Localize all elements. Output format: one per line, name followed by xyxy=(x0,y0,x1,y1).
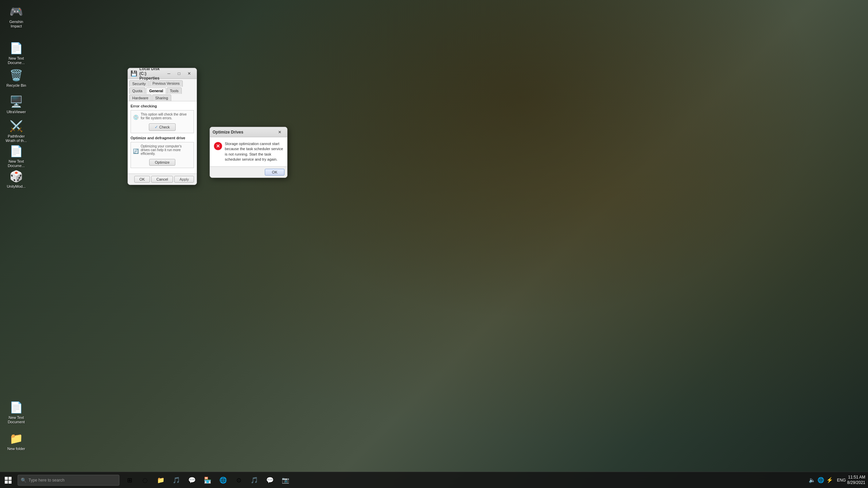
genshin-label: Genshin Impact xyxy=(4,20,28,28)
system-tray-icons: 🔈 🌐 ⚡ xyxy=(809,477,833,483)
taskbar-clock[interactable]: 11:51 AM 8/29/2021 xyxy=(847,475,865,485)
windows-store-icon: 🏪 xyxy=(204,476,211,484)
search-input[interactable] xyxy=(28,478,116,483)
new-folder-icon: 📁 xyxy=(9,432,23,445)
cortana-icon: ◌ xyxy=(142,476,148,484)
teams-icon: 💬 xyxy=(188,476,196,484)
check-button[interactable]: Check xyxy=(149,123,175,131)
optimize-ok-button[interactable]: OK xyxy=(265,169,284,176)
new-text-doc-3-label: New Text Document xyxy=(4,415,28,424)
spotify-button[interactable]: 🎵 xyxy=(247,473,262,488)
taskbar-app-icons: ⊞ ◌ 📁 🎵 💬 🏪 🌐 ⊙ 🎵 💬 📷 xyxy=(122,473,293,488)
new-folder-label: New folder xyxy=(7,447,25,451)
properties-tabs: Security Previous Versions Quota General… xyxy=(128,79,197,101)
properties-content: Error checking 💿 This option will check … xyxy=(128,101,197,174)
clock-time: 11:51 AM xyxy=(847,475,865,480)
discord-icon: 💬 xyxy=(266,476,274,484)
taskbar-search[interactable]: 🔍 xyxy=(18,475,119,486)
desktop-icon-new-folder[interactable]: 📁 New folder xyxy=(3,430,30,452)
start-button[interactable] xyxy=(0,472,16,488)
file-explorer-button[interactable]: 📁 xyxy=(153,473,168,488)
clock-date: 8/29/2021 xyxy=(847,480,865,486)
ultraviewer-icon: 🖥️ xyxy=(9,95,23,108)
optimize-icon: 🔄 xyxy=(133,148,139,154)
pathfinder-label: Pathfinder Wrath of th... xyxy=(4,134,28,143)
tiktok-icon: 🎵 xyxy=(173,476,180,484)
desktop: 🎮 Genshin Impact 📄 New Text Docume... 🗑️… xyxy=(0,0,868,488)
desktop-icon-new-text-doc-1[interactable]: 📄 New Text Docume... xyxy=(3,40,30,66)
new-text-doc-3-icon: 📄 xyxy=(9,401,23,414)
apply-button[interactable]: Apply xyxy=(174,176,194,183)
tab-security[interactable]: Security xyxy=(129,80,149,87)
cortana-button[interactable]: ◌ xyxy=(138,473,153,488)
window-controls: ─ □ ✕ xyxy=(164,70,194,77)
discord-button[interactable]: 💬 xyxy=(262,473,277,488)
ultraviewer-label: UltraViewer xyxy=(7,110,26,114)
battery-icon[interactable]: ⚡ xyxy=(826,477,833,483)
error-checking-section: 💿 This option will check the drive for f… xyxy=(131,110,194,133)
properties-title-text: Local Disk (C:) Properties xyxy=(139,68,164,81)
unity-mod-label: UnityMod... xyxy=(7,184,26,189)
optimize-drives-content: ✕ Storage optimization cannot start beca… xyxy=(210,137,287,166)
tab-sharing[interactable]: Sharing xyxy=(152,95,171,101)
search-icon: 🔍 xyxy=(21,477,26,483)
desktop-icon-unity-mod[interactable]: 🎲 UnityMod... xyxy=(3,168,30,190)
optimize-drives-dialog: Optimize Drives ✕ ✕ Storage optimization… xyxy=(210,127,288,178)
tab-tools[interactable]: Tools xyxy=(167,87,182,94)
volume-icon[interactable]: 🔈 xyxy=(809,477,815,483)
optimize-icon-row: 🔄 Optimizing your computer's drives can … xyxy=(133,144,192,158)
desktop-icon-recycle-bin[interactable]: 🗑️ Recycle Bin xyxy=(3,67,30,89)
optimize-defrag-desc: Optimizing your computer's drives can he… xyxy=(141,144,192,156)
optimize-message: Storage optimization cannot start becaus… xyxy=(225,141,283,162)
ok-button[interactable]: OK xyxy=(134,176,150,183)
desktop-icon-pathfinder[interactable]: ⚔️ Pathfinder Wrath of th... xyxy=(3,118,30,144)
tab-quota[interactable]: Quota xyxy=(129,87,145,94)
optimize-button[interactable]: Optimize xyxy=(149,159,175,166)
edge-icon: 🌐 xyxy=(219,476,227,484)
camera-icon: 📷 xyxy=(282,476,289,484)
tiktok-button[interactable]: 🎵 xyxy=(169,473,184,488)
recycle-bin-icon: 🗑️ xyxy=(9,68,23,82)
optimize-defrag-title: Optimize and defragment drive xyxy=(131,136,194,140)
spotify-icon: 🎵 xyxy=(251,476,258,484)
cancel-button[interactable]: Cancel xyxy=(151,176,173,183)
optimize-drives-title: Optimize Drives xyxy=(213,130,275,135)
start-icon xyxy=(5,477,12,484)
taskbar-right: 🔈 🌐 ⚡ ENG 11:51 AM 8/29/2021 xyxy=(809,475,868,485)
new-text-doc-2-icon: 📄 xyxy=(9,144,23,158)
chrome-button[interactable]: ⊙ xyxy=(231,473,246,488)
desktop-icon-ultraviewer[interactable]: 🖥️ UltraViewer xyxy=(3,94,30,116)
optimize-close-button[interactable]: ✕ xyxy=(275,128,284,136)
properties-titlebar[interactable]: 💾 Local Disk (C:) Properties ─ □ ✕ xyxy=(128,68,197,79)
chrome-icon: ⊙ xyxy=(236,476,241,484)
network-icon[interactable]: 🌐 xyxy=(817,477,824,483)
error-checking-icon-row: 💿 This option will check the drive for f… xyxy=(133,113,192,122)
minimize-button[interactable]: ─ xyxy=(164,70,174,77)
desktop-icon-genshin-impact[interactable]: 🎮 Genshin Impact xyxy=(3,3,30,30)
optimize-footer: OK xyxy=(210,166,287,178)
tab-previous-versions[interactable]: Previous Versions xyxy=(150,80,183,87)
optimize-drives-titlebar[interactable]: Optimize Drives ✕ xyxy=(210,127,287,137)
teams-button[interactable]: 💬 xyxy=(184,473,199,488)
task-view-button[interactable]: ⊞ xyxy=(122,473,137,488)
properties-footer: OK Cancel Apply xyxy=(128,174,197,185)
recycle-bin-label: Recycle Bin xyxy=(6,83,26,88)
new-text-doc-2-label: New Text Docume... xyxy=(4,159,28,168)
maximize-button[interactable]: □ xyxy=(174,70,184,77)
windows-store-button[interactable]: 🏪 xyxy=(200,473,215,488)
check-icon xyxy=(155,125,158,129)
pathfinder-icon: ⚔️ xyxy=(9,119,23,133)
tab-general[interactable]: General xyxy=(146,87,166,94)
new-text-doc-1-icon: 📄 xyxy=(9,41,23,55)
error-icon: ✕ xyxy=(214,142,222,150)
close-button[interactable]: ✕ xyxy=(184,70,194,77)
properties-title-icon: 💾 xyxy=(131,70,137,77)
tab-hardware[interactable]: Hardware xyxy=(129,95,152,101)
error-checking-desc: This option will check the drive for fil… xyxy=(141,113,192,120)
desktop-icon-new-text-doc-2[interactable]: 📄 New Text Docume... xyxy=(3,143,30,169)
language-indicator: ENG xyxy=(837,478,846,483)
camera-button[interactable]: 📷 xyxy=(278,473,293,488)
desktop-icon-new-text-doc-3[interactable]: 📄 New Text Document xyxy=(3,399,30,426)
error-checking-title: Error checking xyxy=(131,104,194,108)
edge-button[interactable]: 🌐 xyxy=(216,473,231,488)
